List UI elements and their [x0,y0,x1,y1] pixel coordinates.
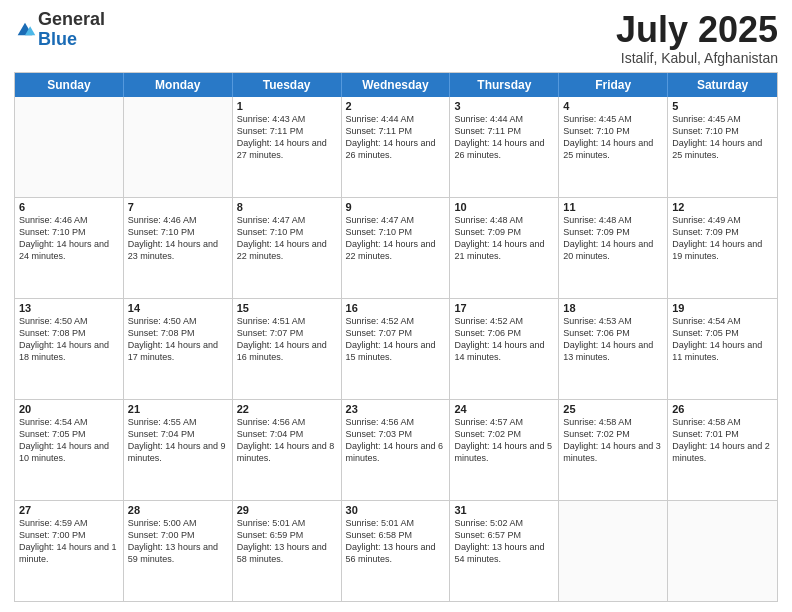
calendar-row: 20Sunrise: 4:54 AMSunset: 7:05 PMDayligh… [15,399,777,500]
logo-text: General Blue [38,10,105,50]
cell-info: Sunrise: 4:56 AMSunset: 7:04 PMDaylight:… [237,416,337,465]
cell-info: Sunrise: 4:58 AMSunset: 7:01 PMDaylight:… [672,416,773,465]
cell-info: Sunrise: 4:50 AMSunset: 7:08 PMDaylight:… [19,315,119,364]
cell-info: Sunrise: 4:46 AMSunset: 7:10 PMDaylight:… [128,214,228,263]
calendar-body: 1Sunrise: 4:43 AMSunset: 7:11 PMDaylight… [15,97,777,601]
cell-info: Sunrise: 4:43 AMSunset: 7:11 PMDaylight:… [237,113,337,162]
calendar-header-cell: Friday [559,73,668,97]
calendar-header-cell: Tuesday [233,73,342,97]
calendar-header-cell: Thursday [450,73,559,97]
cell-info: Sunrise: 5:01 AMSunset: 6:59 PMDaylight:… [237,517,337,566]
day-number: 26 [672,403,773,415]
cell-info: Sunrise: 4:49 AMSunset: 7:09 PMDaylight:… [672,214,773,263]
calendar-cell: 2Sunrise: 4:44 AMSunset: 7:11 PMDaylight… [342,97,451,197]
calendar: SundayMondayTuesdayWednesdayThursdayFrid… [14,72,778,602]
cell-info: Sunrise: 4:52 AMSunset: 7:07 PMDaylight:… [346,315,446,364]
calendar-row: 13Sunrise: 4:50 AMSunset: 7:08 PMDayligh… [15,298,777,399]
cell-info: Sunrise: 4:54 AMSunset: 7:05 PMDaylight:… [672,315,773,364]
day-number: 14 [128,302,228,314]
cell-info: Sunrise: 4:58 AMSunset: 7:02 PMDaylight:… [563,416,663,465]
cell-info: Sunrise: 4:48 AMSunset: 7:09 PMDaylight:… [563,214,663,263]
calendar-cell: 13Sunrise: 4:50 AMSunset: 7:08 PMDayligh… [15,299,124,399]
calendar-row: 1Sunrise: 4:43 AMSunset: 7:11 PMDaylight… [15,97,777,197]
day-number: 9 [346,201,446,213]
calendar-header-cell: Saturday [668,73,777,97]
calendar-cell: 6Sunrise: 4:46 AMSunset: 7:10 PMDaylight… [15,198,124,298]
calendar-cell: 25Sunrise: 4:58 AMSunset: 7:02 PMDayligh… [559,400,668,500]
day-number: 17 [454,302,554,314]
day-number: 13 [19,302,119,314]
calendar-row: 6Sunrise: 4:46 AMSunset: 7:10 PMDaylight… [15,197,777,298]
cell-info: Sunrise: 5:02 AMSunset: 6:57 PMDaylight:… [454,517,554,566]
calendar-cell: 18Sunrise: 4:53 AMSunset: 7:06 PMDayligh… [559,299,668,399]
calendar-cell: 28Sunrise: 5:00 AMSunset: 7:00 PMDayligh… [124,501,233,601]
calendar-cell: 26Sunrise: 4:58 AMSunset: 7:01 PMDayligh… [668,400,777,500]
calendar-cell: 16Sunrise: 4:52 AMSunset: 7:07 PMDayligh… [342,299,451,399]
logo-blue: Blue [38,30,105,50]
calendar-cell: 10Sunrise: 4:48 AMSunset: 7:09 PMDayligh… [450,198,559,298]
calendar-header: SundayMondayTuesdayWednesdayThursdayFrid… [15,73,777,97]
day-number: 21 [128,403,228,415]
calendar-header-cell: Monday [124,73,233,97]
day-number: 8 [237,201,337,213]
logo: General Blue [14,10,105,50]
cell-info: Sunrise: 4:53 AMSunset: 7:06 PMDaylight:… [563,315,663,364]
day-number: 3 [454,100,554,112]
cell-info: Sunrise: 4:47 AMSunset: 7:10 PMDaylight:… [237,214,337,263]
calendar-cell: 15Sunrise: 4:51 AMSunset: 7:07 PMDayligh… [233,299,342,399]
calendar-cell: 5Sunrise: 4:45 AMSunset: 7:10 PMDaylight… [668,97,777,197]
calendar-cell: 14Sunrise: 4:50 AMSunset: 7:08 PMDayligh… [124,299,233,399]
calendar-cell: 27Sunrise: 4:59 AMSunset: 7:00 PMDayligh… [15,501,124,601]
calendar-cell: 21Sunrise: 4:55 AMSunset: 7:04 PMDayligh… [124,400,233,500]
day-number: 18 [563,302,663,314]
calendar-cell: 7Sunrise: 4:46 AMSunset: 7:10 PMDaylight… [124,198,233,298]
day-number: 15 [237,302,337,314]
logo-general: General [38,10,105,30]
day-number: 27 [19,504,119,516]
title-location: Istalif, Kabul, Afghanistan [616,50,778,66]
day-number: 6 [19,201,119,213]
day-number: 31 [454,504,554,516]
calendar-cell: 1Sunrise: 4:43 AMSunset: 7:11 PMDaylight… [233,97,342,197]
cell-info: Sunrise: 4:51 AMSunset: 7:07 PMDaylight:… [237,315,337,364]
day-number: 24 [454,403,554,415]
day-number: 19 [672,302,773,314]
cell-info: Sunrise: 5:01 AMSunset: 6:58 PMDaylight:… [346,517,446,566]
calendar-header-cell: Sunday [15,73,124,97]
cell-info: Sunrise: 4:56 AMSunset: 7:03 PMDaylight:… [346,416,446,465]
day-number: 7 [128,201,228,213]
cell-info: Sunrise: 4:45 AMSunset: 7:10 PMDaylight:… [672,113,773,162]
calendar-cell: 19Sunrise: 4:54 AMSunset: 7:05 PMDayligh… [668,299,777,399]
day-number: 10 [454,201,554,213]
cell-info: Sunrise: 4:57 AMSunset: 7:02 PMDaylight:… [454,416,554,465]
calendar-cell: 20Sunrise: 4:54 AMSunset: 7:05 PMDayligh… [15,400,124,500]
cell-info: Sunrise: 4:44 AMSunset: 7:11 PMDaylight:… [454,113,554,162]
header: General Blue July 2025 Istalif, Kabul, A… [14,10,778,66]
cell-info: Sunrise: 4:44 AMSunset: 7:11 PMDaylight:… [346,113,446,162]
day-number: 12 [672,201,773,213]
day-number: 2 [346,100,446,112]
calendar-cell: 11Sunrise: 4:48 AMSunset: 7:09 PMDayligh… [559,198,668,298]
calendar-cell: 9Sunrise: 4:47 AMSunset: 7:10 PMDaylight… [342,198,451,298]
calendar-cell: 8Sunrise: 4:47 AMSunset: 7:10 PMDaylight… [233,198,342,298]
calendar-cell: 30Sunrise: 5:01 AMSunset: 6:58 PMDayligh… [342,501,451,601]
calendar-cell: 29Sunrise: 5:01 AMSunset: 6:59 PMDayligh… [233,501,342,601]
day-number: 20 [19,403,119,415]
calendar-header-cell: Wednesday [342,73,451,97]
day-number: 29 [237,504,337,516]
cell-info: Sunrise: 4:54 AMSunset: 7:05 PMDaylight:… [19,416,119,465]
title-month: July 2025 [616,10,778,50]
calendar-cell [668,501,777,601]
calendar-cell [15,97,124,197]
calendar-row: 27Sunrise: 4:59 AMSunset: 7:00 PMDayligh… [15,500,777,601]
cell-info: Sunrise: 4:55 AMSunset: 7:04 PMDaylight:… [128,416,228,465]
day-number: 5 [672,100,773,112]
cell-info: Sunrise: 4:50 AMSunset: 7:08 PMDaylight:… [128,315,228,364]
cell-info: Sunrise: 4:52 AMSunset: 7:06 PMDaylight:… [454,315,554,364]
calendar-cell: 31Sunrise: 5:02 AMSunset: 6:57 PMDayligh… [450,501,559,601]
calendar-cell [124,97,233,197]
calendar-cell [559,501,668,601]
day-number: 4 [563,100,663,112]
calendar-cell: 23Sunrise: 4:56 AMSunset: 7:03 PMDayligh… [342,400,451,500]
cell-info: Sunrise: 5:00 AMSunset: 7:00 PMDaylight:… [128,517,228,566]
